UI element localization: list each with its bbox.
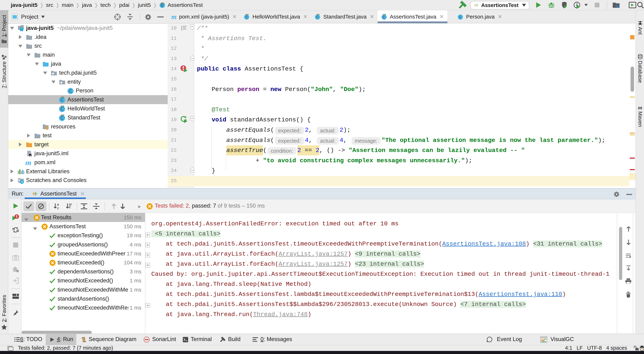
svg-text:a: a [57, 203, 59, 206]
svg-text:C: C [459, 15, 462, 19]
svg-text:C: C [60, 107, 64, 111]
svg-text:C: C [316, 15, 319, 19]
svg-text:C: C [245, 15, 248, 19]
svg-text:z: z [57, 206, 59, 210]
svg-text:C: C [383, 15, 385, 19]
svg-text:C: C [60, 98, 64, 102]
svg-text:C: C [60, 116, 64, 120]
svg-text:C: C [69, 89, 72, 93]
